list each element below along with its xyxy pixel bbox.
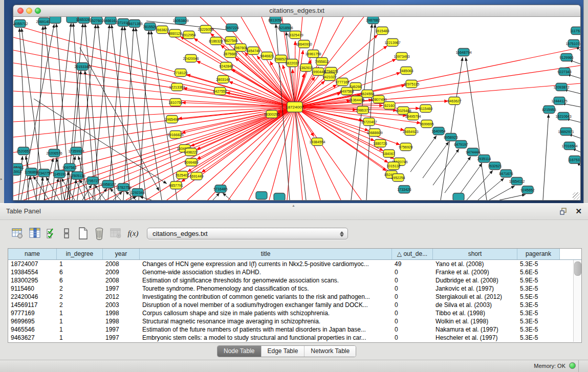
graph-node[interactable]: 15720407: [361, 118, 377, 126]
graph-node[interactable]: 12975115: [404, 80, 420, 88]
graph-node[interactable]: 9756928: [399, 143, 412, 151]
graph-node[interactable]: [50, 17, 61, 24]
graph-node[interactable]: 1640954: [431, 127, 445, 135]
column-header-title[interactable]: title: [140, 249, 392, 259]
graph-node[interactable]: 8958923: [444, 134, 458, 141]
graph-node[interactable]: 9227343: [557, 68, 571, 76]
table-row[interactable]: 1938455462009Genome-wide association stu…: [8, 268, 581, 276]
graph-node[interactable]: 8471676: [499, 170, 513, 178]
graph-node[interactable]: 12505135: [69, 172, 85, 180]
graph-node[interactable]: 6822037: [285, 59, 299, 67]
graph-node[interactable]: 9857791: [169, 182, 183, 189]
column-header-year[interactable]: year: [103, 249, 140, 259]
graph-node[interactable]: 16648794: [455, 49, 471, 56]
graph-node[interactable]: 3915911: [13, 168, 21, 176]
graph-node[interactable]: 9860124: [168, 30, 182, 37]
graph-node[interactable]: 12213363: [169, 83, 185, 91]
close-icon[interactable]: ✕: [575, 207, 582, 216]
graph-node[interactable]: 1167533: [568, 156, 580, 164]
graph-node[interactable]: 23226058: [198, 26, 213, 33]
graph-node[interactable]: 1810756: [168, 99, 182, 106]
graph-node[interactable]: 1117534: [570, 27, 580, 35]
graph-node[interactable]: 1733426: [397, 186, 411, 193]
graph-node[interactable]: 12444125: [551, 97, 567, 105]
network-canvas[interactable]: 1405571220691406106532871527602646616110…: [13, 17, 580, 200]
graph-node[interactable]: 1527602: [90, 17, 103, 25]
table-row[interactable]: 969969511998Structural magnetic resonanc…: [8, 317, 581, 325]
graph-node[interactable]: 9245652: [520, 186, 534, 194]
graph-node[interactable]: 15692971: [558, 128, 574, 136]
graph-node[interactable]: 16961758: [305, 50, 321, 58]
column-header-short[interactable]: short: [433, 249, 517, 259]
graph-node[interactable]: 1498222: [184, 148, 198, 156]
network-graph-svg[interactable]: 1405571220691406106532871527602646616110…: [13, 17, 580, 200]
table-selector-dropdown[interactable]: citations_edges.txt: [147, 228, 348, 239]
zoom-traffic-button[interactable]: [35, 8, 41, 14]
graph-node[interactable]: 15654923: [402, 128, 418, 136]
graph-node[interactable]: 6479197: [454, 141, 468, 148]
graph-node[interactable]: 12213967: [384, 39, 400, 47]
graph-node[interactable]: 6099489: [184, 159, 198, 166]
graph-node[interactable]: 9463627: [447, 97, 461, 105]
graph-node[interactable]: 14671355: [126, 20, 142, 28]
graph-node[interactable]: 8427552: [213, 87, 227, 95]
column-visibility-icon[interactable]: [28, 226, 42, 241]
graph-node[interactable]: [274, 193, 285, 201]
graph-node[interactable]: 10688609: [366, 129, 382, 137]
graph-node[interactable]: 1952254: [391, 174, 405, 182]
table-row[interactable]: 1456911722003Disruption of a novel membe…: [8, 301, 581, 309]
graph-node[interactable]: 10654112: [509, 178, 525, 185]
graph-node[interactable]: [453, 193, 464, 201]
graph-node[interactable]: 7857224: [225, 24, 238, 32]
graph-node[interactable]: 20153346: [74, 63, 90, 71]
network-window-titlebar[interactable]: citations_edges.txt: [13, 5, 580, 17]
graph-node[interactable]: 22420046: [183, 55, 199, 62]
panel-collapse-arrow-icon[interactable]: ▸: [1, 177, 3, 181]
function-fx-icon[interactable]: f(x): [126, 226, 140, 241]
graph-node[interactable]: 9846821: [260, 52, 274, 60]
graph-node[interactable]: 1795727: [85, 177, 99, 185]
graph-node[interactable]: 1990448: [311, 68, 325, 76]
graph-node[interactable]: 1145191: [53, 170, 67, 178]
table-settings-icon[interactable]: [10, 226, 25, 241]
graph-node[interactable]: 7663822: [155, 26, 169, 34]
minimize-traffic-button[interactable]: [26, 8, 32, 14]
graph-node[interactable]: 8912954: [182, 31, 195, 39]
import-table-disabled-icon[interactable]: [108, 226, 123, 241]
graph-node[interactable]: 5716485: [213, 185, 227, 193]
graph-node[interactable]: 12093872: [553, 83, 569, 91]
graph-node[interactable]: 19166825: [167, 131, 183, 139]
column-header-out_degree[interactable]: △ out_de...: [392, 249, 433, 259]
column-header-in_degree[interactable]: in_degree: [57, 249, 103, 259]
graph-node[interactable]: [256, 192, 267, 200]
select-columns-checklist-icon[interactable]: [44, 226, 58, 241]
float-window-icon[interactable]: [559, 207, 568, 215]
graph-node[interactable]: 7955812: [315, 58, 329, 65]
graph-node[interactable]: 20206576: [46, 149, 62, 157]
graph-node[interactable]: 15218506: [277, 24, 293, 32]
canvas-resize-grip[interactable]: [573, 192, 580, 200]
graph-node[interactable]: 16782759: [115, 184, 131, 191]
graph-node[interactable]: 8215953: [542, 106, 556, 114]
table-row[interactable]: 1872400712008Changes of HCN gene express…: [8, 260, 581, 268]
graph-node[interactable]: 8186328: [209, 37, 223, 45]
graph-node[interactable]: 9115460: [419, 105, 433, 113]
graph-node[interactable]: 9421022: [322, 73, 336, 81]
tab-network-table[interactable]: Network Table: [304, 346, 356, 357]
graph-node[interactable]: 1880726: [373, 140, 387, 147]
new-column-file-icon[interactable]: [76, 226, 90, 241]
table-scrollbar[interactable]: [573, 260, 581, 342]
merge-rows-icon[interactable]: [59, 226, 74, 241]
graph-node[interactable]: 184067: [383, 150, 395, 158]
graph-node[interactable]: 9097583: [62, 164, 76, 171]
tab-edge-table[interactable]: Edge Table: [261, 346, 304, 357]
graph-node[interactable]: 13325419: [287, 31, 303, 39]
graph-node[interactable]: 7625402: [175, 171, 189, 179]
graph-node[interactable]: 9699695: [420, 120, 433, 128]
table-row[interactable]: 911546021997Tourette syndrome. Phenomeno…: [8, 285, 581, 293]
scrollbar-thumb[interactable]: [574, 261, 581, 276]
graph-node[interactable]: 16210643: [555, 113, 571, 120]
graph-node[interactable]: 14055712: [13, 20, 28, 28]
table-row[interactable]: 946362711997Embryonic stem cells: a mode…: [8, 334, 581, 342]
splitter-handle-icon[interactable]: ▲: [292, 204, 295, 207]
